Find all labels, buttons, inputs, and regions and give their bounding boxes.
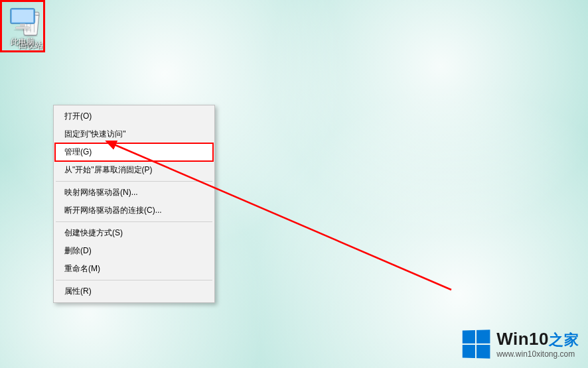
svg-rect-4 — [15, 27, 29, 29]
menu-item-manage[interactable]: 管理(G) — [55, 143, 213, 161]
svg-rect-3 — [20, 24, 25, 27]
context-menu: 打开(O) 固定到"快速访问" 管理(G) 从"开始"屏幕取消固定(P) 映射网… — [53, 105, 215, 303]
menu-item-rename[interactable]: 重命名(M) — [55, 260, 213, 278]
menu-separator — [56, 280, 212, 280]
menu-item-open[interactable]: 打开(O) — [55, 107, 213, 125]
watermark-title: Win10之家 — [496, 330, 579, 349]
watermark-title-pre: Win10 — [496, 329, 549, 349]
menu-item-disconnect-network-drive[interactable]: 断开网络驱动器的连接(C)... — [55, 202, 213, 219]
menu-item-delete[interactable]: 删除(D) — [55, 242, 213, 260]
monitor-icon — [7, 3, 38, 35]
watermark: Win10之家 www.win10xitong.com — [462, 330, 579, 359]
this-pc-label: 此电脑 — [2, 36, 43, 48]
this-pc-icon[interactable]: 此电脑 — [0, 0, 45, 52]
watermark-url: www.win10xitong.com — [496, 350, 579, 359]
menu-item-map-network-drive[interactable]: 映射网络驱动器(N)... — [55, 184, 213, 202]
menu-item-properties[interactable]: 属性(R) — [55, 282, 213, 300]
menu-item-create-shortcut[interactable]: 创建快捷方式(S) — [55, 224, 213, 242]
svg-point-5 — [14, 29, 32, 31]
svg-rect-2 — [12, 10, 34, 23]
menu-separator — [56, 221, 212, 222]
watermark-title-zhi: 之家 — [549, 332, 579, 348]
windows-logo-icon — [463, 330, 490, 358]
menu-item-pin-quick-access[interactable]: 固定到"快速访问" — [55, 125, 213, 143]
menu-separator — [56, 181, 212, 182]
this-pc-highlight-box: 此电脑 — [0, 0, 588, 52]
menu-item-unpin-start[interactable]: 从"开始"屏幕取消固定(P) — [55, 161, 213, 179]
